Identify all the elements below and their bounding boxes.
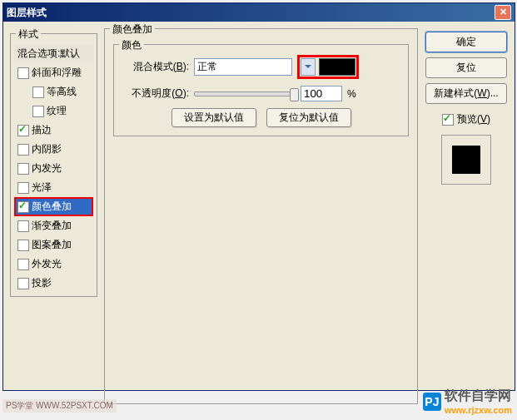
style-checkbox[interactable]: [17, 278, 29, 289]
style-item-0[interactable]: 混合选项:默认: [14, 44, 93, 63]
style-item-label: 混合选项:默认: [17, 47, 80, 61]
style-item-label: 投影: [32, 276, 52, 290]
style-checkbox[interactable]: [17, 240, 29, 251]
make-default-button[interactable]: 设置为默认值: [172, 108, 256, 127]
slider-thumb[interactable]: [290, 88, 299, 101]
style-checkbox[interactable]: [17, 201, 29, 213]
opacity-slider[interactable]: [194, 91, 296, 96]
style-item-6[interactable]: 内发光: [14, 159, 93, 178]
style-item-10[interactable]: 图案叠加: [14, 235, 93, 254]
opacity-row: 不透明度(O): %: [122, 86, 400, 101]
style-checkbox[interactable]: [17, 67, 29, 79]
style-checkbox[interactable]: [32, 86, 44, 98]
style-checkbox[interactable]: [17, 144, 29, 156]
style-item-label: 光泽: [32, 180, 52, 195]
opacity-label: 不透明度(O):: [122, 86, 189, 101]
style-list: 混合选项:默认斜面和浮雕等高线纹理描边内阴影内发光光泽颜色叠加渐变叠加图案叠加外…: [14, 44, 93, 293]
style-item-label: 内阴影: [32, 142, 62, 156]
ok-button[interactable]: 确定: [425, 32, 507, 52]
options-panel: 颜色叠加 颜色 混合模式(B): 正常 不透明度(O):: [104, 28, 418, 382]
logo-icon: PJ: [423, 393, 441, 411]
style-item-2[interactable]: 等高线: [14, 82, 93, 101]
style-item-11[interactable]: 外发光: [14, 254, 93, 274]
blend-mode-select[interactable]: 正常: [194, 58, 292, 76]
blend-mode-row: 混合模式(B): 正常: [122, 55, 400, 79]
dialog-title: 图层样式: [7, 6, 495, 20]
percent-label: %: [347, 88, 356, 100]
style-checkbox[interactable]: [17, 259, 29, 270]
default-buttons-row: 设置为默认值 复位为默认值: [122, 108, 400, 127]
titlebar: 图层样式 ✕: [3, 3, 515, 22]
style-item-label: 等高线: [47, 85, 77, 99]
preview-label: 预览(V): [457, 112, 490, 126]
color-swatch[interactable]: [319, 58, 355, 76]
style-item-label: 描边: [32, 123, 52, 137]
layer-style-dialog: 图层样式 ✕ 样式 混合选项:默认斜面和浮雕等高线纹理描边内阴影内发光光泽颜色叠…: [2, 2, 515, 391]
style-item-label: 斜面和浮雕: [32, 66, 82, 80]
preview-swatch: [452, 146, 480, 174]
new-style-button[interactable]: 新建样式(W)...: [425, 83, 507, 104]
style-item-label: 图案叠加: [32, 238, 72, 252]
style-item-3[interactable]: 纹理: [14, 101, 93, 121]
style-item-8[interactable]: 颜色叠加: [14, 197, 93, 216]
opacity-input[interactable]: [301, 86, 342, 101]
cancel-button[interactable]: 复位: [425, 57, 507, 78]
preview-checkbox[interactable]: [442, 114, 454, 126]
styles-fieldset-title: 样式: [16, 27, 41, 42]
color-overlay-title: 颜色叠加: [110, 22, 155, 37]
color-group-title: 颜色: [119, 38, 144, 52]
style-checkbox[interactable]: [17, 182, 29, 194]
style-item-5[interactable]: 内阴影: [14, 140, 93, 159]
style-item-12[interactable]: 投影: [14, 274, 93, 293]
styles-fieldset: 样式 混合选项:默认斜面和浮雕等高线纹理描边内阴影内发光光泽颜色叠加渐变叠加图案…: [10, 33, 97, 297]
color-overlay-fieldset: 颜色叠加 颜色 混合模式(B): 正常 不透明度(O):: [104, 28, 418, 404]
color-group: 颜色 混合模式(B): 正常 不透明度(O):: [113, 44, 409, 136]
style-item-label: 内发光: [32, 161, 62, 175]
highlight-box: [297, 55, 359, 79]
style-checkbox[interactable]: [32, 106, 44, 117]
preview-box: [441, 135, 491, 185]
style-checkbox[interactable]: [17, 125, 29, 136]
style-item-label: 渐变叠加: [32, 219, 72, 233]
chevron-down-icon[interactable]: [301, 58, 316, 76]
watermark-text2: www.rjzxw.com: [445, 405, 512, 415]
reset-default-button[interactable]: 复位为默认值: [266, 108, 351, 127]
style-checkbox[interactable]: [17, 163, 29, 175]
styles-panel: 样式 混合选项:默认斜面和浮雕等高线纹理描边内阴影内发光光泽颜色叠加渐变叠加图案…: [10, 28, 97, 382]
style-item-7[interactable]: 光泽: [14, 178, 93, 197]
blend-mode-value: 正常: [197, 60, 217, 74]
style-item-4[interactable]: 描边: [14, 121, 93, 140]
style-item-label: 纹理: [47, 104, 67, 118]
blend-mode-label: 混合模式(B):: [122, 60, 189, 74]
watermark-right: PJ 软件自学网 www.rjzxw.com: [423, 388, 512, 415]
preview-row: 预览(V): [442, 112, 490, 126]
style-item-9[interactable]: 渐变叠加: [14, 216, 93, 235]
close-button[interactable]: ✕: [495, 5, 511, 20]
action-panel: 确定 复位 新建样式(W)... 预览(V): [425, 28, 508, 382]
style-item-label: 外发光: [32, 257, 62, 271]
watermark-text1: 软件自学网: [445, 388, 512, 405]
style-item-label: 颜色叠加: [32, 200, 72, 214]
watermark-left: PS学堂 WWW.52PSXT.COM: [2, 399, 117, 413]
style-checkbox[interactable]: [17, 220, 29, 232]
style-item-1[interactable]: 斜面和浮雕: [14, 63, 93, 82]
